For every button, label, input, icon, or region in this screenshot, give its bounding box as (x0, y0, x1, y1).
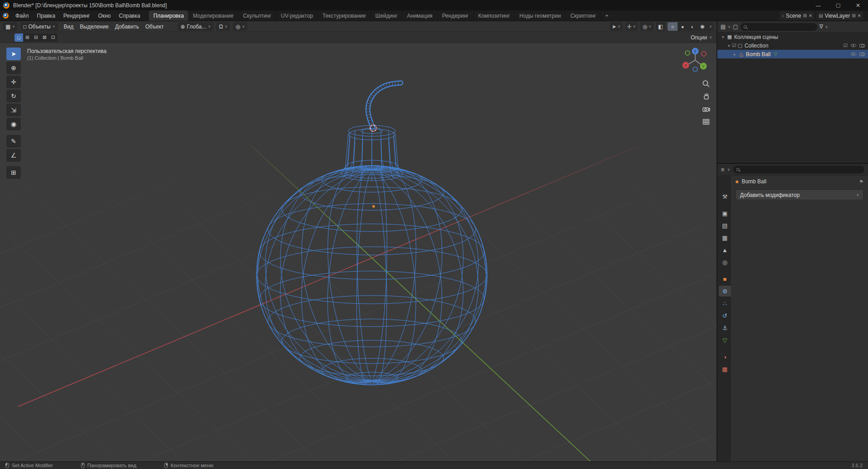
object-origin-dot[interactable] (372, 205, 375, 208)
select-mode-invert-button[interactable]: ⊠ (40, 34, 49, 42)
workspace-tab-10[interactable]: Скриптинг (566, 10, 601, 21)
workspace-tab-1[interactable]: Моделирование (188, 10, 238, 21)
scale-tool[interactable]: ⇲ (6, 104, 21, 116)
selectability-checkbox[interactable]: ☑ (843, 43, 848, 48)
unlink-viewlayer-icon[interactable]: ✕ (858, 13, 861, 18)
object-tab[interactable]: ■ (719, 273, 731, 284)
filter-icon[interactable]: ∇ (820, 24, 823, 30)
outliner-search[interactable] (740, 23, 817, 31)
pan-button[interactable] (701, 91, 711, 102)
constraints-tab[interactable]: ⚓ (719, 322, 731, 333)
select-mode-subtract-button[interactable]: ⊟ (32, 34, 40, 42)
object-types-toggle[interactable]: ➤∨ (610, 22, 623, 31)
workspace-tab-3[interactable]: UV-редактор (276, 10, 318, 21)
outliner-item-label[interactable]: Collection (745, 43, 768, 49)
app-menu-2[interactable]: Рендеринг (59, 10, 94, 21)
add-workspace-button[interactable]: + (601, 10, 612, 21)
measure-tool[interactable]: ∠ (6, 149, 21, 162)
viewport-menu-3[interactable]: Объект (142, 24, 167, 30)
properties-search[interactable] (733, 166, 864, 173)
proportional-editing-toggle[interactable]: ◎ ∨ (233, 22, 247, 31)
disclosure-triangle-icon[interactable]: ▾ (720, 35, 726, 39)
workspace-tab-6[interactable]: Анимация (403, 10, 437, 21)
transform-orientation-dropdown[interactable]: ⊕ Глоба... ∨ (178, 22, 213, 31)
render-tab[interactable]: ▣ (719, 208, 731, 219)
workspace-tab-7[interactable]: Рендеринг (437, 10, 474, 21)
maximize-button[interactable]: ▢ (828, 0, 848, 10)
workspace-tab-9[interactable]: Ноды геометрии (515, 10, 566, 21)
camera-render-icon[interactable] (859, 53, 865, 56)
navigation-gizmo[interactable]: Z X Y (681, 47, 710, 76)
snap-toggle[interactable]: Ω ∨ (216, 22, 230, 31)
disclosure-triangle-icon[interactable]: ▾ (726, 43, 732, 48)
add-cube-tool[interactable]: ⊞ (6, 166, 21, 179)
workspace-tab-4[interactable]: Текстурирование (318, 10, 371, 21)
texture-tab[interactable]: ▩ (719, 364, 731, 374)
eye-icon[interactable] (851, 44, 856, 47)
workspace-tab-2[interactable]: Скульптинг (238, 10, 276, 21)
app-menu-4[interactable]: Справка (115, 10, 144, 21)
output-tab[interactable]: ▤ (719, 220, 731, 231)
select-box-tool[interactable]: ➤ (6, 48, 21, 60)
app-menu-button[interactable] (0, 10, 11, 21)
view-layer-tab[interactable]: ▦ (719, 232, 731, 243)
modifiers-tab[interactable]: ⚙ (719, 286, 731, 297)
transform-tool[interactable]: ◉ (6, 118, 21, 130)
zoom-button[interactable] (701, 78, 711, 89)
move-tool[interactable]: ✛ (6, 76, 21, 88)
app-menu-1[interactable]: Правка (33, 10, 60, 21)
scene-selector[interactable]: ↕ Scene ⊞ ✕ (779, 11, 815, 20)
close-button[interactable]: ✕ (848, 0, 868, 10)
camera-view-button[interactable] (701, 104, 711, 115)
gizmo-neg-z-ball[interactable] (693, 67, 697, 72)
app-menu-0[interactable]: Файл (11, 10, 33, 21)
select-mode-extend-button[interactable]: ⊞ (23, 34, 32, 42)
outliner-row-collection[interactable]: ▾☑▢Collection☑ (717, 41, 868, 50)
viewport-menu-1[interactable]: Выделение (77, 24, 112, 30)
shading-wireframe-button[interactable]: ○ (668, 22, 678, 31)
outliner-item-label[interactable]: Коллекция сцены (734, 34, 778, 40)
workspace-tab-8[interactable]: Композитинг (474, 10, 515, 21)
cursor-tool[interactable]: ⊕ (6, 62, 21, 74)
minimize-button[interactable]: — (808, 0, 828, 10)
shading-solid-button[interactable]: ● (678, 22, 688, 31)
disclosure-triangle-icon[interactable]: ▸ (732, 52, 738, 57)
viewport-canvas[interactable] (0, 32, 717, 461)
annotate-tool[interactable]: ✎ (6, 135, 21, 148)
select-mode-new-button[interactable]: □ (14, 34, 23, 42)
world-tab[interactable]: ◎ (719, 257, 731, 268)
material-tab[interactable]: ◑ (719, 351, 731, 362)
viewlayer-selector[interactable]: ▤ ViewLayer ⊞ ✕ (816, 11, 863, 20)
xray-toggle[interactable]: ◧ (656, 22, 665, 31)
viewport-menu-2[interactable]: Добавить (112, 24, 142, 30)
pin-icon[interactable]: ⚑ (859, 179, 863, 185)
overlays-toggle[interactable]: ◎∨ (640, 22, 653, 31)
workspace-tab-5[interactable]: Шейдинг (371, 10, 403, 21)
outliner-row-scene-collection[interactable]: ▾▦Коллекция сцены (717, 33, 868, 41)
shading-rendered-button[interactable]: ◉ (697, 22, 707, 31)
camera-render-icon[interactable] (859, 44, 865, 48)
properties-editor-icon[interactable]: ≡ (721, 167, 724, 173)
gizmos-toggle[interactable]: ✛∨ (625, 22, 638, 31)
tool-options-dropdown[interactable]: Опции ∨ (691, 34, 712, 41)
app-menu-3[interactable]: Окно (94, 10, 115, 21)
add-modifier-button[interactable]: Добавить модификатор ∨ (735, 190, 863, 200)
outliner-display-mode-icon[interactable]: ▢ (733, 24, 738, 30)
mode-selector[interactable]: □ Объекты ∨ (20, 22, 58, 31)
outliner-row-mesh-object[interactable]: ▸△Bomb Ball▽ (717, 50, 868, 58)
viewport-menu-0[interactable]: Вид (61, 24, 77, 30)
new-scene-icon[interactable]: ⊞ (803, 13, 806, 18)
physics-tab[interactable]: ↺ (719, 310, 731, 321)
scene-browse-icon[interactable]: ↕ (782, 13, 784, 18)
gizmo-neg-y-ball[interactable] (685, 51, 690, 55)
gizmo-neg-x-ball[interactable] (702, 52, 706, 56)
eye-icon[interactable] (851, 53, 856, 56)
editor-type-button[interactable]: ▦ ∨ (3, 22, 18, 31)
outliner-item-label[interactable]: Bomb Ball (746, 51, 771, 57)
data-tab[interactable]: ▽ (719, 335, 731, 345)
new-viewlayer-icon[interactable]: ⊞ (852, 13, 855, 18)
workspace-tab-0[interactable]: Планировка (149, 10, 189, 21)
tool-tab[interactable]: ⚒ (719, 191, 731, 202)
properties-search-input[interactable] (741, 167, 864, 172)
rotate-tool[interactable]: ↻ (6, 90, 21, 102)
